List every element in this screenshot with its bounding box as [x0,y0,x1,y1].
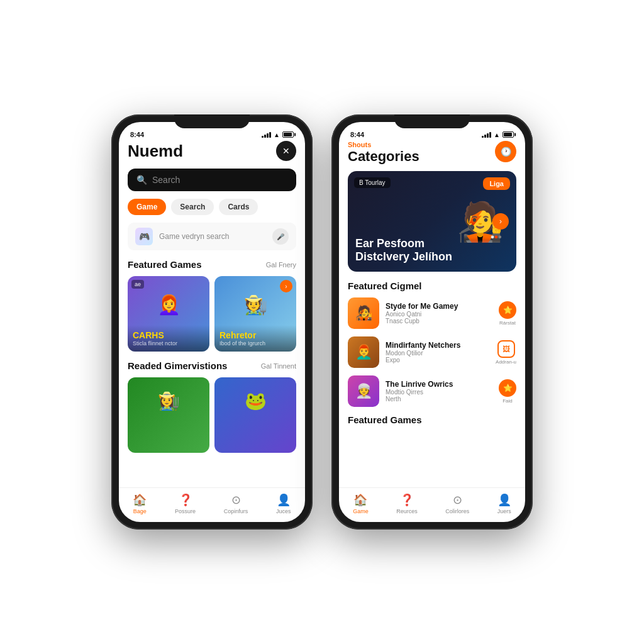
battery-icon [282,131,294,138]
star-icon-1[interactable]: ⭐ [499,301,516,319]
right-bottom-nav: 🏠 Game ❓ Reurces ⊙ Colirlores 👤 Juers [339,487,525,522]
featured-channel-list: 🧑‍🎤 Styde for Me Gamey Aonico Qatni Tnas… [348,297,516,407]
recommendations-grid: 👩‍🌾 🐸 [128,377,296,453]
game-card-info-2: Rehretor Ibod of the Igrurch [214,325,296,352]
hero-arrow[interactable]: › [492,213,509,230]
right-home-icon: 🏠 [353,493,367,507]
left-screen: 8:44 ▲ Nuemd [119,122,305,522]
list-sub2-3: Nerth [386,396,492,402]
user-icon: 👤 [277,493,291,507]
right-notch [394,114,470,128]
nav-config-label: Copinfurs [224,508,248,514]
game-icon: 🎮 [135,228,153,245]
list-info-3: The Linrive Owrics Modtio Qirres Nerth [386,380,492,402]
notification-button[interactable]: 🕐 [495,141,516,162]
list-sub2-2: Expo [386,357,489,364]
list-sub1-1: Aonico Qatni [386,311,492,318]
list-action-1: ⭐ Rárstat [499,301,516,326]
right-screen-content: Shouts Categories 🕐 B Tourlay Liga 🧑‍🎤 ›… [339,141,525,487]
right-screen: 8:44 ▲ [339,122,525,522]
list-sub1-3: Modtio Qirres [386,389,492,396]
close-button[interactable]: ✕ [276,141,296,161]
categories-title: Categories [348,148,419,165]
right-featured-games-title: Featured Games [348,414,422,425]
left-time: 8:44 [130,131,144,138]
filter-tab-cards[interactable]: Cards [219,199,258,215]
right-nav-user[interactable]: 👤 Juers [497,493,511,514]
right-wifi-icon: ▲ [494,131,500,138]
game-card-1[interactable]: 👩‍🦰 ae CARHS Sticla flinnet nctor [128,276,209,352]
recommendations-title: Readed Gimervistions [128,360,227,371]
list-item-1[interactable]: 🧑‍🎤 Styde for Me Gamey Aonico Qatni Tnas… [348,297,516,329]
right-signal-icon [482,131,491,138]
recommendations-header: Readed Gimervistions Gal Tinnent [128,360,296,371]
image-icon-2[interactable]: 🖼 [497,340,515,358]
game-subtitle-2: Ibod of the Igrurch [219,340,291,347]
star-icon-3[interactable]: ⭐ [499,379,516,397]
recommendations-link[interactable]: Gal Tinnent [261,362,296,370]
featured-games-link[interactable]: Gal Fnery [266,261,296,269]
featured-games-grid: 👩‍🦰 ae CARHS Sticla flinnet nctor 🧑‍🌾 › … [128,276,296,352]
right-config-icon: ⊙ [453,493,462,507]
list-item-3[interactable]: 👳 The Linrive Owrics Modtio Qirres Nerth… [348,375,516,407]
rec-card-1[interactable]: 👩‍🌾 [128,377,209,453]
list-action-2: 🖼 Addran-u [496,340,516,365]
categories-header: Shouts Categories 🕐 [348,141,516,165]
list-title-1: Styde for Me Gamey [386,302,492,311]
list-info-2: Mindirfanty Netchers Modon Qtilior Expo [386,341,489,364]
hero-banner[interactable]: B Tourlay Liga 🧑‍🎤 › Ear PesfoomDistclve… [348,171,516,272]
right-nav-colors[interactable]: ⊙ Colirlores [445,493,469,514]
left-bottom-nav: 🏠 Bage ❓ Possure ⊙ Copinfurs 👤 Juces [119,487,305,522]
right-nav-colors-label: Colirlores [445,508,469,514]
right-question-icon: ❓ [400,493,414,507]
search-icon: 🔍 [136,175,147,185]
list-action-3: ⭐ Faid [499,379,516,404]
game-subtitle-1: Sticla flinnet nctor [133,340,204,347]
left-phone: 8:44 ▲ Nuemd [111,114,313,530]
list-item-2[interactable]: 👨‍🦰 Mindirfanty Netchers Modon Qtilior E… [348,336,516,368]
action-label-2: Addran-u [496,359,516,365]
game-arrow-2: › [280,280,292,292]
rec-card-2[interactable]: 🐸 [214,377,296,453]
mic-icon[interactable]: 🎤 [272,228,289,245]
game-card-2[interactable]: 🧑‍🌾 › Rehretor Ibod of the Igrurch [214,276,296,352]
list-thumb-1: 🧑‍🎤 [348,297,379,329]
filter-tabs: Game Search Cards [128,199,296,215]
filter-tab-search[interactable]: Search [171,199,214,215]
categories-title-group: Shouts Categories [348,141,419,165]
right-featured-games-header: Featured Games [348,414,516,425]
right-nav-resources-label: Reurces [396,508,418,514]
left-nav-home[interactable]: 🏠 Bage [133,493,147,514]
filter-tab-game[interactable]: Game [128,199,166,215]
list-thumb-2: 👨‍🦰 [348,336,379,368]
right-nav-resources[interactable]: ❓ Reurces [396,493,418,514]
list-title-3: The Linrive Owrics [386,380,492,389]
left-nav-pos[interactable]: ❓ Possure [175,493,196,514]
list-thumb-3: 👳 [348,375,379,407]
game-title-2: Rehretor [219,330,291,340]
left-status-icons: ▲ [262,131,294,138]
featured-games-header: Featured Games Gal Fnery [128,259,296,270]
game-card-info-1: CARHS Sticla flinnet nctor [128,325,209,352]
left-screen-content: Nuemd ✕ 🔍 Search Game Search Cards 🎮 [119,141,305,487]
nav-user-label: Juces [276,508,291,514]
right-nav-user-label: Juers [497,508,511,514]
search-bar[interactable]: 🔍 Search [128,169,296,191]
nav-pos-label: Possure [175,508,196,514]
left-nav-config[interactable]: ⊙ Copinfurs [224,493,248,514]
right-status-icons: ▲ [482,131,514,138]
config-icon: ⊙ [231,493,241,507]
voice-search-bar[interactable]: 🎮 Game vedryn search 🎤 [128,223,296,250]
game-title-1: CARHS [133,330,204,340]
categories-label: Shouts [348,141,419,148]
left-nav-user[interactable]: 👤 Juces [276,493,291,514]
right-time: 8:44 [350,131,364,138]
list-sub2-1: Tnasc Cupb [386,318,492,325]
wifi-icon: ▲ [274,131,280,138]
scene: 8:44 ▲ Nuemd [0,0,644,644]
list-sub1-2: Modon Qtilior [386,350,489,357]
featured-channel-title: Featured Cigmel [348,280,422,291]
game-badge-1: ae [131,280,144,289]
right-nav-home[interactable]: 🏠 Game [353,493,369,514]
right-phone: 8:44 ▲ [331,114,533,530]
